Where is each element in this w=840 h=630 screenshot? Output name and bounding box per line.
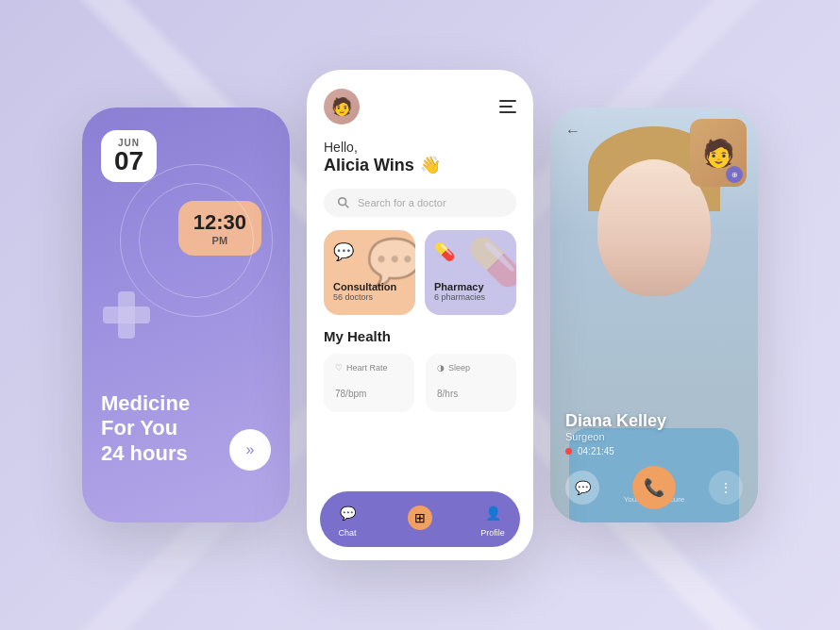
medicine-tagline: Medicine For You 24 hours xyxy=(101,391,190,466)
consultation-bg-icon: 💬 xyxy=(366,236,415,289)
health-section-title: My Health xyxy=(307,328,533,354)
home-nav-icon: ⊞ xyxy=(408,506,432,530)
greeting-hello: Hello, xyxy=(324,140,516,155)
consultation-subtitle: 56 doctors xyxy=(333,292,406,302)
profile-nav-label: Profile xyxy=(480,528,505,538)
doctor-info: Diana Kelley Surgeon 04:21:45 xyxy=(565,411,666,456)
menu-button[interactable] xyxy=(499,100,516,113)
nav-profile[interactable]: 👤 Profile xyxy=(480,501,505,538)
phone-medicine: JUN 07 12:30 PM Medicine For You 24 hour… xyxy=(82,108,290,522)
call-controls: 💬 📞 ⋮ xyxy=(550,466,758,509)
video-control-icon[interactable]: ⊕ xyxy=(726,166,743,183)
search-icon xyxy=(337,196,350,209)
heart-rate-value: 78/bpm xyxy=(335,378,403,403)
sleep-card: Sleep 8/hrs xyxy=(426,354,516,412)
doctor-title: Surgeon xyxy=(565,431,666,442)
self-video-icon: 🧑 xyxy=(702,138,735,169)
pharmacy-card[interactable]: 💊 💊 Pharmacy 6 pharmacies xyxy=(425,230,516,315)
end-call-button[interactable]: 📞 xyxy=(632,466,676,509)
recording-indicator xyxy=(565,448,572,455)
service-cards: 💬 💬 Consultation 56 doctors 💊 💊 Pharmacy… xyxy=(307,230,533,328)
heart-icon xyxy=(335,363,343,373)
chat-nav-label: Chat xyxy=(338,528,356,538)
medical-cross-icon xyxy=(103,291,150,339)
heart-rate-label: Heart Rate xyxy=(335,363,403,373)
sleep-icon xyxy=(437,363,445,373)
timer-display: 04:21:45 xyxy=(578,446,614,456)
sleep-value: 8/hrs xyxy=(437,378,505,403)
back-button[interactable]: ← xyxy=(565,123,580,140)
phone-video-call: ← 🧑 ⊕ Diana Kelley Surgeon 04:21:45 💬 📞 … xyxy=(550,108,758,522)
svg-point-0 xyxy=(339,198,346,206)
consultation-card[interactable]: 💬 💬 Consultation 56 doctors xyxy=(324,230,415,315)
sleep-label: Sleep xyxy=(437,363,505,373)
pharmacy-subtitle: 6 pharmacies xyxy=(434,292,507,302)
greeting-name: Alicia Wins 👋 xyxy=(324,155,516,175)
bottom-navigation: 💬 Chat ⊞ 👤 Profile xyxy=(320,491,520,547)
avatar[interactable]: 🧑 xyxy=(324,89,360,124)
call-timer: 04:21:45 xyxy=(565,446,666,456)
nav-home[interactable]: ⊞ xyxy=(408,506,432,533)
search-bar[interactable]: Search for a doctor xyxy=(324,189,516,217)
more-options-button[interactable]: ⋮ xyxy=(709,471,743,505)
nav-chat[interactable]: 💬 Chat xyxy=(335,501,360,538)
pharmacy-bg-icon: 💊 xyxy=(467,236,516,289)
heart-rate-card: Heart Rate 78/bpm xyxy=(324,354,414,412)
small-video-preview: 🧑 ⊕ xyxy=(690,119,747,187)
navigate-button[interactable]: » xyxy=(229,429,271,471)
search-placeholder: Search for a doctor xyxy=(358,197,446,208)
chat-nav-icon: 💬 xyxy=(335,501,360,525)
chat-button[interactable]: 💬 xyxy=(565,471,599,505)
greeting-section: Hello, Alicia Wins 👋 xyxy=(307,134,533,189)
phone-health-app: 🧑 Hello, Alicia Wins 👋 Search for a doct… xyxy=(307,70,533,560)
doctor-name: Diana Kelley xyxy=(565,411,666,431)
svg-line-1 xyxy=(345,205,349,208)
tagline-text: Medicine For You 24 hours xyxy=(101,391,190,466)
wave-emoji: 👋 xyxy=(420,155,441,175)
app-header: 🧑 xyxy=(307,70,533,134)
health-metrics: Heart Rate 78/bpm Sleep 8/hrs xyxy=(307,354,533,425)
profile-nav-icon: 👤 xyxy=(480,501,505,525)
